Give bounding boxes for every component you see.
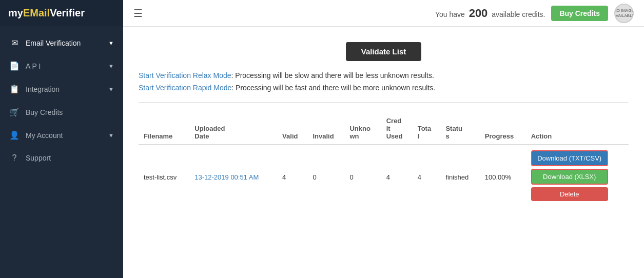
sidebar-nav: ✉ Email Verification ▼ 📄 A P I ▼ 📋 Integ… [0, 26, 123, 278]
download-xlsx-button[interactable]: Download (XLSX) [531, 169, 608, 185]
col-invalid: Invalid [307, 113, 344, 145]
email-icon: ✉ [9, 38, 19, 48]
logo-verifier: Verifier [50, 7, 85, 18]
validate-btn-wrapper: Validate List [139, 37, 629, 71]
rapid-mode-link[interactable]: Start Verification Rapid Mode [139, 84, 231, 92]
relax-mode-link[interactable]: Start Verification Relax Mode [139, 71, 231, 80]
validate-list-button[interactable]: Validate List [346, 42, 422, 61]
cart-icon: 🛒 [9, 107, 19, 117]
chevron-down-icon: ▼ [108, 86, 114, 92]
info-lines: Start Verification Relax Mode: Processin… [139, 71, 629, 92]
topbar-right: You have 200 available credits. Buy Cred… [435, 4, 634, 23]
chevron-down-icon: ▼ [108, 132, 114, 138]
sidebar-item-buy-credits[interactable]: 🛒 Buy Credits [0, 101, 123, 124]
sidebar-item-integration[interactable]: 📋 Integration ▼ [0, 77, 123, 101]
main-area: ☰ You have 200 available credits. Buy Cr… [123, 0, 644, 278]
delete-button[interactable]: Delete [531, 187, 608, 201]
relax-mode-desc: : Processing will be slow and there will… [231, 71, 434, 80]
cell-invalid: 0 [307, 145, 344, 209]
content-area: Validate List Start Verification Relax M… [123, 27, 644, 278]
col-upload-date: UploadedDate [189, 113, 277, 145]
cell-filename: test-list.csv [139, 145, 189, 209]
topbar-left: ☰ [133, 7, 143, 19]
col-filename: Filename [139, 113, 189, 145]
sidebar-item-email-verification[interactable]: ✉ Email Verification ▼ [0, 31, 123, 54]
col-valid: Valid [277, 113, 307, 145]
col-unknown: Unknown [344, 113, 381, 145]
sidebar-item-label: My Account [26, 131, 108, 140]
cell-total: 4 [413, 145, 441, 209]
table-row: test-list.csv 13-12-2019 00:51 AM 4 0 0 … [139, 145, 629, 209]
sidebar-item-label: A P I [26, 62, 108, 70]
cell-credit-used: 4 [381, 145, 413, 209]
cell-action: Download (TXT/CSV) Download (XLSX) Delet… [526, 145, 629, 209]
col-status: Status [440, 113, 479, 145]
user-icon: 👤 [9, 130, 19, 140]
col-progress: Progress [480, 113, 526, 145]
topbar: ☰ You have 200 available credits. Buy Cr… [123, 0, 644, 27]
question-icon: ? [9, 153, 19, 163]
download-txt-button[interactable]: Download (TXT/CSV) [531, 150, 608, 166]
sidebar-item-my-account[interactable]: 👤 My Account ▼ [0, 124, 123, 147]
logo-email: EMail [23, 7, 50, 18]
avatar[interactable]: NO IMAGEAVAILABLE [614, 4, 634, 23]
file-table: Filename UploadedDate Valid Invalid Unkn… [139, 113, 629, 209]
sidebar-item-label: Support [26, 154, 114, 162]
cell-unknown: 0 [344, 145, 381, 209]
rapid-mode-desc: : Processing will be fast and there will… [231, 84, 435, 92]
relax-mode-line: Start Verification Relax Mode: Processin… [139, 71, 629, 80]
divider [139, 102, 629, 103]
credits-count: 200 [469, 7, 488, 19]
sidebar-item-label: Integration [26, 85, 108, 93]
credits-prefix: You have [435, 10, 465, 18]
avatar-text: NO IMAGEAVAILABLE [614, 8, 634, 18]
chevron-down-icon: ▼ [108, 40, 114, 46]
cell-upload-date: 13-12-2019 00:51 AM [189, 145, 277, 209]
cell-valid: 4 [277, 145, 307, 209]
logo-my: my [8, 7, 23, 18]
sidebar: myEMailVerifier ✉ Email Verification ▼ 📄… [0, 0, 123, 278]
credits-suffix: available credits. [492, 10, 545, 18]
document-icon: 📄 [9, 61, 19, 71]
integration-icon: 📋 [9, 84, 19, 94]
col-credit-used: CreditUsed [381, 113, 413, 145]
chevron-down-icon: ▼ [108, 63, 114, 69]
content-inner: Validate List Start Verification Relax M… [123, 27, 644, 220]
credits-info: You have 200 available credits. [435, 7, 545, 20]
sidebar-item-label: Email Verification [26, 39, 108, 47]
logo: myEMailVerifier [0, 0, 123, 26]
buy-credits-button[interactable]: Buy Credits [551, 6, 608, 21]
cell-progress: 100.00% [480, 145, 526, 209]
col-action: Action [526, 113, 629, 145]
sidebar-item-label: Buy Credits [26, 108, 114, 116]
cell-status: finished [440, 145, 479, 209]
table-header: Filename UploadedDate Valid Invalid Unkn… [139, 113, 629, 145]
sidebar-item-api[interactable]: 📄 A P I ▼ [0, 54, 123, 77]
rapid-mode-line: Start Verification Rapid Mode: Processin… [139, 84, 629, 92]
logo-text: myEMailVerifier [8, 7, 85, 19]
col-total: Total [413, 113, 441, 145]
sidebar-item-support[interactable]: ? Support [0, 147, 123, 169]
table-body: test-list.csv 13-12-2019 00:51 AM 4 0 0 … [139, 145, 629, 209]
menu-toggle-button[interactable]: ☰ [133, 7, 143, 19]
